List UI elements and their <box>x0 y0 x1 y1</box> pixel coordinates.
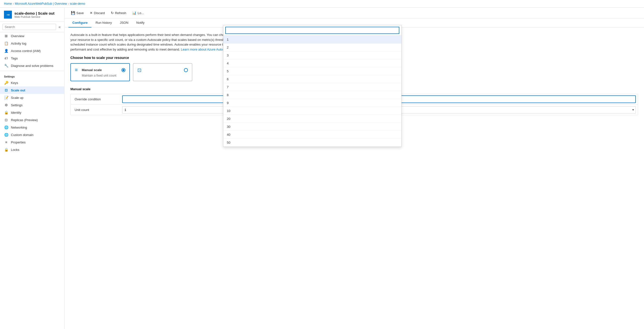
dropdown-search-row <box>223 25 401 36</box>
keys-icon: 🔑 <box>4 81 8 85</box>
sidebar-item-networking[interactable]: 🌐 Networking <box>0 124 64 131</box>
settings-section-label: Settings <box>0 73 64 79</box>
description-text: Autoscale is a built-in feature that hel… <box>70 32 244 52</box>
identity-icon: 🔒 <box>4 110 8 114</box>
tab-notify[interactable]: Notify <box>132 18 148 27</box>
sidebar-item-label: Scale out <box>11 88 25 92</box>
dropdown-search-input[interactable] <box>225 27 399 34</box>
sidebar-item-locks[interactable]: 🔒 Locks <box>0 146 64 153</box>
collapse-button[interactable]: « <box>58 24 62 30</box>
sidebar-item-label: Replicas (Preview) <box>11 118 38 122</box>
sidebar-nav: ⊞ Overview 📋 Activity log 👤 Access contr… <box>0 32 64 153</box>
dropdown-item-7[interactable]: 7 <box>223 83 401 91</box>
replicas-icon: ⊡ <box>4 118 8 122</box>
sidebar-item-tags[interactable]: 🏷 Tags <box>0 54 64 62</box>
sidebar-item-access-control[interactable]: 👤 Access control (IAM) <box>0 47 64 54</box>
networking-icon: 🌐 <box>4 125 8 129</box>
sidebar-title: scale-demo | Scale out <box>14 11 54 15</box>
scale-up-icon: 📝 <box>4 96 8 100</box>
sidebar-item-scale-out[interactable]: ⊡ Scale out <box>0 86 64 94</box>
dropdown-item-1[interactable]: 1 <box>223 36 401 44</box>
dropdown-item-50[interactable]: 50 <box>223 139 401 147</box>
sidebar-item-label: Scale up <box>11 96 24 100</box>
logs-button[interactable]: 📊 Lo... <box>130 10 146 16</box>
refresh-icon: ↻ <box>111 11 114 15</box>
sidebar-header: ⇒ scale-demo | Scale out Web PubSub Serv… <box>0 8 64 22</box>
sidebar-item-label: Settings <box>11 103 22 107</box>
sidebar-item-label: Keys <box>11 81 18 85</box>
tags-icon: 🏷 <box>4 56 8 60</box>
custom-scale-icon: ⊡ <box>137 67 142 73</box>
dropdown-item-30[interactable]: 30 <box>223 123 401 131</box>
sidebar-item-label: Tags <box>11 56 18 60</box>
custom-domain-icon: 🌐 <box>4 133 8 137</box>
sidebar-item-label: Networking <box>11 126 27 129</box>
logs-label: Lo... <box>138 11 144 15</box>
sidebar-item-overview[interactable]: ⊞ Overview <box>0 32 64 40</box>
sidebar-item-label: Access control (IAM) <box>11 49 41 53</box>
dropdown-item-6[interactable]: 6 <box>223 75 401 83</box>
breadcrumb-current: scale-demo <box>70 2 85 5</box>
dropdown-item-5[interactable]: 5 <box>223 67 401 75</box>
custom-scale-radio[interactable] <box>184 68 188 72</box>
refresh-label: Refresh <box>115 11 126 15</box>
sidebar-item-keys[interactable]: 🔑 Keys <box>0 79 64 86</box>
unit-count-dropdown[interactable]: 1 2 3 4 5 6 7 8 9 10 20 30 40 50 <box>223 25 402 147</box>
manual-scale-radio[interactable] <box>122 68 126 72</box>
sidebar-item-label: Locks <box>11 148 19 152</box>
overview-icon: ⊞ <box>4 34 8 38</box>
custom-scale-card[interactable]: ⊡ <box>133 63 192 81</box>
dropdown-item-40[interactable]: 40 <box>223 131 401 139</box>
sidebar-item-activity-log[interactable]: 📋 Activity log <box>0 40 64 47</box>
dropdown-item-9[interactable]: 9 <box>223 99 401 107</box>
scale-out-icon: ⊡ <box>4 88 8 92</box>
sidebar-item-label: Overview <box>11 34 24 38</box>
breadcrumb-home[interactable]: Home <box>4 2 12 5</box>
discard-button[interactable]: ✕ Discard <box>87 10 107 16</box>
access-control-icon: 👤 <box>4 49 8 53</box>
save-button[interactable]: 💾 Save <box>68 10 86 16</box>
sidebar-search-container: « <box>0 22 64 32</box>
sidebar-subtitle: Web PubSub Service <box>14 15 54 18</box>
properties-icon: ≡ <box>4 140 8 144</box>
sidebar-item-properties[interactable]: ≡ Properties <box>0 138 64 146</box>
tab-json[interactable]: JSON <box>116 18 132 27</box>
diagnose-icon: 🔧 <box>4 64 8 68</box>
dropdown-item-8[interactable]: 8 <box>223 91 401 99</box>
search-input[interactable] <box>2 24 56 30</box>
sidebar-item-custom-domain[interactable]: 🌐 Custom domain <box>0 131 64 138</box>
sidebar-item-label: Custom domain <box>11 133 34 137</box>
dropdown-item-4[interactable]: 4 <box>223 59 401 67</box>
tab-run-history[interactable]: Run history <box>92 18 116 27</box>
manual-scale-icon: ≡ <box>75 67 78 73</box>
override-condition-label: Override condition <box>71 95 120 103</box>
dropdown-item-2[interactable]: 2 <box>223 44 401 51</box>
manual-scale-subtitle: Maintain a fixed unit count <box>82 74 126 77</box>
sidebar-item-label: Diagnose and solve problems <box>11 64 53 68</box>
sidebar-item-scale-up[interactable]: 📝 Scale up <box>0 94 64 101</box>
dropdown-list: 1 2 3 4 5 6 7 8 9 10 20 30 40 50 <box>223 36 401 147</box>
breadcrumb: Home › Microsoft.AzureWebPubSub | Overvi… <box>0 0 644 8</box>
save-icon: 💾 <box>71 11 75 15</box>
sidebar-item-replicas[interactable]: ⊡ Replicas (Preview) <box>0 116 64 124</box>
sidebar-item-label: Properties <box>11 140 26 144</box>
sidebar: ⇒ scale-demo | Scale out Web PubSub Serv… <box>0 8 64 329</box>
sidebar-item-settings[interactable]: ⚙ Settings <box>0 101 64 109</box>
sidebar-item-diagnose[interactable]: 🔧 Diagnose and solve problems <box>0 62 64 69</box>
sidebar-item-identity[interactable]: 🔒 Identity <box>0 109 64 116</box>
locks-icon: 🔒 <box>4 148 8 152</box>
tab-configure[interactable]: Configure <box>68 18 92 27</box>
breadcrumb-overview[interactable]: Microsoft.AzureWebPubSub | Overview <box>15 2 67 5</box>
dropdown-item-3[interactable]: 3 <box>223 51 401 59</box>
sidebar-item-label: Identity <box>11 111 21 114</box>
manual-scale-card[interactable]: ≡ Manual scale Maintain a fixed unit cou… <box>70 63 130 81</box>
save-label: Save <box>76 11 84 15</box>
toolbar: 💾 Save ✕ Discard ↻ Refresh 📊 Lo... <box>64 8 644 18</box>
refresh-button[interactable]: ↻ Refresh <box>108 10 129 16</box>
dropdown-item-10[interactable]: 10 <box>223 107 401 115</box>
dropdown-item-20[interactable]: 20 <box>223 115 401 123</box>
content-area: 💾 Save ✕ Discard ↻ Refresh 📊 Lo... Confi… <box>64 8 644 329</box>
activity-log-icon: 📋 <box>4 41 8 45</box>
settings-icon: ⚙ <box>4 103 8 107</box>
sidebar-item-label: Activity log <box>11 42 26 45</box>
